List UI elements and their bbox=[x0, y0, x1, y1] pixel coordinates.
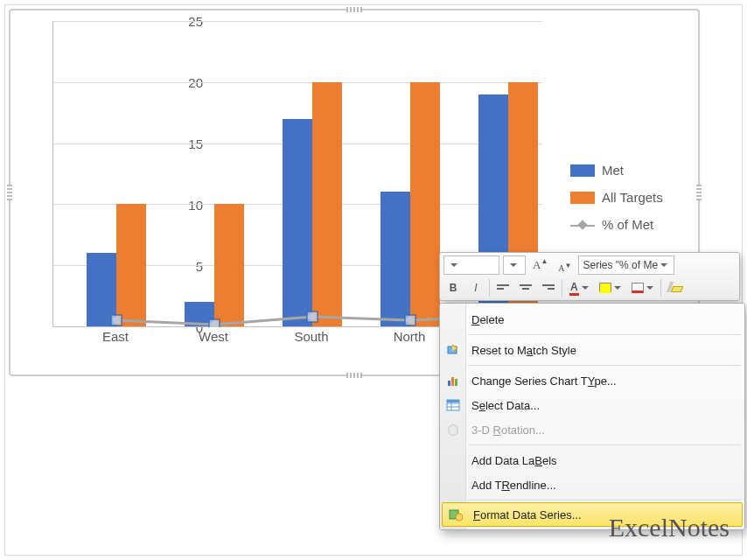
menu-label: Add TRendline... bbox=[471, 479, 556, 492]
separator bbox=[489, 279, 490, 297]
menu-label: Format Data Series... bbox=[473, 508, 582, 522]
svg-rect-5 bbox=[307, 312, 318, 322]
chart-element-label: Series "% of Me bbox=[583, 259, 658, 271]
format-icon bbox=[448, 507, 464, 522]
xlabel-north: North bbox=[394, 329, 426, 344]
menu-label: Select Data... bbox=[471, 399, 540, 412]
align-right-button[interactable] bbox=[539, 278, 558, 298]
brush-icon bbox=[668, 282, 682, 295]
format-painter-button[interactable] bbox=[665, 278, 686, 298]
chart-element-combo[interactable]: Series "% of Me bbox=[578, 256, 674, 275]
reset-icon bbox=[445, 342, 461, 358]
menu-separator bbox=[468, 500, 741, 500]
menu-label: Delete bbox=[471, 313, 505, 326]
svg-rect-13 bbox=[455, 379, 457, 386]
svg-rect-18 bbox=[447, 400, 459, 402]
xlabel-south: South bbox=[294, 329, 328, 344]
grow-font-button[interactable]: A▲ bbox=[529, 256, 551, 275]
menu-select-data[interactable]: Select Data... bbox=[440, 393, 744, 417]
svg-rect-11 bbox=[448, 381, 450, 386]
menu-label: Reset to Match Style bbox=[471, 344, 576, 357]
xlabel-west: West bbox=[199, 329, 228, 344]
menu-add-trendline[interactable]: Add TRendline... bbox=[440, 472, 744, 497]
shrink-font-button[interactable]: A▼ bbox=[555, 256, 575, 275]
series-context-menu: Delete Reset to Match Style Change Serie… bbox=[439, 303, 745, 530]
legend-swatch-all-targets bbox=[570, 192, 595, 204]
legend-swatch-pct bbox=[570, 219, 595, 231]
resize-handle-right[interactable] bbox=[696, 185, 702, 200]
menu-separator bbox=[468, 334, 741, 335]
menu-label: Add Data LaBels bbox=[471, 454, 557, 467]
legend[interactable]: Met All Targets % of Met bbox=[570, 150, 663, 244]
grid-icon bbox=[445, 397, 461, 413]
legend-item-pct[interactable]: % of Met bbox=[570, 217, 663, 232]
resize-handle-bottom[interactable] bbox=[346, 373, 362, 378]
menu-delete[interactable]: Delete bbox=[440, 307, 744, 332]
bold-button[interactable]: B bbox=[443, 278, 463, 298]
cube-icon bbox=[445, 422, 461, 438]
resize-handle-left[interactable] bbox=[7, 185, 12, 200]
font-color-button[interactable]: A bbox=[566, 278, 592, 298]
legend-label: All Targets bbox=[602, 190, 663, 205]
italic-button[interactable]: I bbox=[466, 278, 485, 298]
svg-rect-3 bbox=[209, 319, 220, 327]
svg-rect-12 bbox=[451, 377, 454, 386]
legend-label: % of Met bbox=[602, 217, 653, 232]
separator bbox=[660, 279, 661, 297]
shape-fill-button[interactable] bbox=[596, 278, 625, 298]
legend-item-all-targets[interactable]: All Targets bbox=[570, 190, 663, 205]
outline-icon bbox=[632, 283, 644, 293]
menu-separator bbox=[468, 444, 741, 445]
menu-label: 3-D Rotation... bbox=[471, 424, 545, 437]
xlabel-east: East bbox=[102, 329, 129, 344]
align-left-button[interactable] bbox=[493, 278, 513, 298]
legend-item-met[interactable]: Met bbox=[570, 163, 663, 178]
bar-chart-icon bbox=[445, 373, 461, 388]
separator bbox=[562, 279, 562, 297]
menu-add-data-labels[interactable]: Add Data LaBels bbox=[440, 448, 744, 472]
svg-rect-1 bbox=[111, 315, 122, 326]
menu-label: Change Series Chart TYpe... bbox=[471, 374, 617, 388]
menu-separator bbox=[468, 365, 741, 366]
align-center-button[interactable] bbox=[516, 278, 535, 298]
menu-reset-to-match-style[interactable]: Reset to Match Style bbox=[440, 338, 744, 362]
resize-handle-top[interactable] bbox=[346, 7, 362, 12]
watermark: ExcelNotes bbox=[609, 513, 730, 542]
legend-swatch-met bbox=[570, 164, 595, 177]
menu-3d-rotation: 3-D Rotation... bbox=[440, 417, 744, 442]
font-family-combo[interactable] bbox=[443, 256, 499, 275]
svg-rect-7 bbox=[405, 315, 415, 326]
bucket-icon bbox=[599, 283, 611, 293]
mini-toolbar: A▲ A▼ Series "% of Me B I A bbox=[439, 252, 740, 301]
menu-change-series-chart-type[interactable]: Change Series Chart TYpe... bbox=[440, 368, 744, 393]
svg-point-20 bbox=[456, 514, 463, 521]
legend-label: Met bbox=[602, 163, 624, 178]
font-size-combo[interactable] bbox=[503, 256, 526, 275]
shape-outline-button[interactable] bbox=[628, 278, 657, 298]
